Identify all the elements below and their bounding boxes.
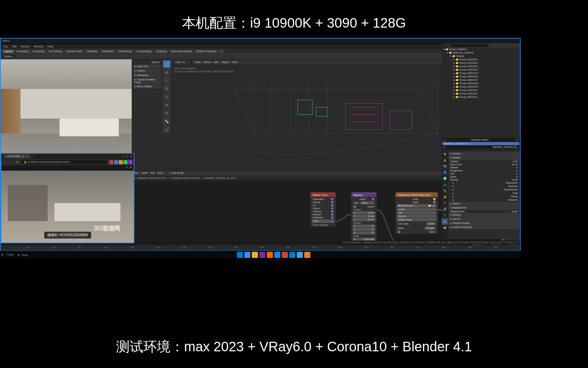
- taskbar-app-icon[interactable]: [244, 252, 250, 258]
- ext-icon[interactable]: [114, 160, 118, 164]
- back-icon[interactable]: ←: [3, 160, 7, 165]
- mat-field[interactable]: Mat3d66_1462218_56_1: [442, 142, 519, 145]
- outliner-item[interactable]: ▸ 📁 Group-1462218-2: [442, 61, 520, 65]
- ne-select[interactable]: Select: [141, 172, 148, 174]
- socket-reflection[interactable]: Reflection: [312, 216, 334, 219]
- tool-transform[interactable]: ✦: [163, 101, 170, 109]
- n-options[interactable]: Options: [133, 60, 161, 64]
- prop-preview[interactable]: ▸ Preview: [448, 152, 519, 156]
- prop-tab-object[interactable]: ◻: [442, 182, 448, 188]
- tab-modeling[interactable]: Modeling: [15, 49, 30, 53]
- ne-add[interactable]: Add: [151, 172, 155, 174]
- tab-anim[interactable]: Animation: [100, 49, 116, 53]
- prop-custom[interactable]: ▸ Custom Properties: [448, 225, 519, 229]
- prop-disp[interactable]: ▾ Displacement: [448, 206, 519, 210]
- taskbar-app-icon[interactable]: [297, 252, 303, 258]
- add-menu[interactable]: Add: [214, 61, 218, 64]
- prop-surface[interactable]: ▾ Surface: [448, 156, 519, 160]
- tab-layout[interactable]: Layout: [2, 49, 14, 53]
- n-workspace[interactable]: ▸ Workspace: [133, 73, 161, 77]
- select-menu[interactable]: Select: [203, 61, 211, 64]
- tab-motion[interactable]: Motion Tracking: [195, 49, 218, 53]
- tab-add[interactable]: +: [218, 49, 224, 53]
- prop-tab-modifier[interactable]: 🔧: [442, 188, 448, 194]
- menu-render[interactable]: Render: [21, 45, 30, 48]
- tool-measure[interactable]: 📏: [163, 118, 170, 125]
- prop-tab-data[interactable]: ▽: [442, 212, 448, 218]
- menu-window[interactable]: Window: [34, 45, 43, 48]
- browser-tab[interactable]: 公司师3d模型_百... ✕: [3, 154, 31, 159]
- timeline-ruler[interactable]: 20 40 60 80 100 110 120 130 140 150 160 …: [1, 246, 520, 250]
- mat-browser[interactable]: ● Mat3d66_1462218_56_: [442, 145, 519, 149]
- outliner-item[interactable]: ▸ 📁 Group-1462218-1: [442, 58, 520, 61]
- close-icon[interactable]: ✕: [130, 155, 132, 158]
- tab-script[interactable]: Scripting: [154, 49, 168, 53]
- address-bar[interactable]: 🔒 3d.3d66.com/reshtml/model/items/w4/w..…: [21, 160, 108, 164]
- tool-rotate[interactable]: ↻: [163, 85, 170, 92]
- taskbar-app-icon[interactable]: [259, 252, 265, 258]
- taskbar-app-icon[interactable]: [274, 252, 280, 258]
- prop-tab-scene[interactable]: 🌐: [442, 169, 448, 175]
- menu-edit[interactable]: Edit: [12, 45, 17, 48]
- ext-icon[interactable]: [124, 160, 128, 164]
- close-panel-icon[interactable]: ✕: [130, 166, 132, 170]
- prop-tab-material[interactable]: ●: [442, 218, 448, 225]
- tex-object-field[interactable]: Obje...◇: [312, 219, 334, 223]
- taskbar-app-icon[interactable]: [267, 252, 273, 258]
- taskbar-item[interactable]: 千万桌...: [6, 253, 15, 257]
- prop-tab-physics[interactable]: ⚛: [442, 200, 448, 206]
- outliner-collection[interactable]: ▾ 📁 3d66.com_1462218: [442, 51, 520, 55]
- tool-cursor[interactable]: ✛: [163, 68, 170, 76]
- outliner-item[interactable]: ▸ 📁 Group-1462218-6: [442, 75, 520, 78]
- tab-shading[interactable]: Shading: [85, 49, 99, 53]
- outliner-root[interactable]: ▾ 📁 Scene Collection: [442, 48, 520, 51]
- object-menu[interactable]: Object: [221, 61, 229, 64]
- tool-scale[interactable]: ⤢: [163, 93, 170, 101]
- ne-node[interactable]: Node: [158, 172, 163, 174]
- orientation-dropdown[interactable]: Global: [2, 55, 16, 58]
- taskbar-item[interactable]: Node: [22, 254, 28, 256]
- outliner-objects[interactable]: ▾ 📁 Objects: [442, 55, 520, 58]
- prop-tab-constraint[interactable]: 🔗: [442, 206, 448, 212]
- tool-annotate[interactable]: ✎: [163, 109, 170, 117]
- ext-icon[interactable]: [128, 160, 132, 164]
- socket-camera[interactable]: Camera: [312, 210, 334, 213]
- socket-uv[interactable]: UV: [312, 204, 334, 207]
- socket-window[interactable]: Window: [312, 213, 334, 216]
- taskbar-app-icon[interactable]: [304, 252, 310, 258]
- outliner-item[interactable]: ▸ 📁 Group-1462218-8: [442, 82, 520, 85]
- view-menu[interactable]: View: [195, 61, 201, 64]
- prop-viewport[interactable]: ▸ Viewport Display: [448, 221, 519, 225]
- minimize-icon[interactable]: —: [122, 155, 124, 158]
- forward-icon[interactable]: →: [9, 160, 14, 165]
- ges-menu[interactable]: GES: [232, 61, 238, 64]
- prop-tab-world[interactable]: 🌍: [442, 175, 448, 182]
- socket-object[interactable]: Object: [312, 207, 334, 210]
- tab-comp[interactable]: Compositing: [134, 49, 153, 53]
- taskbar-app-icon[interactable]: [282, 252, 288, 258]
- outliner-item[interactable]: ▸ 📁 Group-1462218-7: [442, 78, 520, 82]
- tab-texpaint[interactable]: Texture Paint: [64, 49, 84, 53]
- browser-viewport[interactable]: 3D溜溜网 溜溜ID: HCH31512819904: [1, 171, 134, 243]
- ext-icon[interactable]: [119, 160, 123, 164]
- taskbar-app-icon[interactable]: [237, 252, 243, 258]
- menu-help[interactable]: Help: [47, 45, 53, 48]
- reload-icon[interactable]: ⟳: [15, 160, 20, 165]
- tool-addcube[interactable]: ◻: [163, 126, 170, 133]
- prop-tab-texture[interactable]: ▦: [442, 225, 448, 231]
- tool-select[interactable]: ⬚: [163, 60, 170, 68]
- n-location[interactable]: ▸ Location Rotation Scale: [133, 78, 161, 84]
- n-active-tool[interactable]: ▸ Active Tool: [133, 64, 161, 68]
- tab-geonodes[interactable]: Geometry Nodes: [169, 49, 194, 53]
- menu-file[interactable]: File: [3, 45, 8, 48]
- prop-volume[interactable]: ▸ Volume: [448, 202, 519, 206]
- outliner-item[interactable]: ▸ 📁 Group-1462218-1: [442, 92, 520, 95]
- maximize-icon[interactable]: ◻: [126, 155, 128, 158]
- outliner-item[interactable]: ▸ 📁 Group-1462218-9: [442, 85, 520, 89]
- outliner[interactable]: ▾ 📁 Scene Collection ▾ 📁 3d66.com_146221…: [442, 43, 520, 137]
- n-options-sec[interactable]: ▸ Options: [133, 69, 161, 73]
- fullscreen-icon[interactable]: ⤢: [126, 166, 128, 170]
- socket-generated[interactable]: Generated: [312, 198, 334, 201]
- ext-icon[interactable]: [109, 160, 113, 164]
- prop-settings[interactable]: ▸ Settings: [448, 213, 519, 217]
